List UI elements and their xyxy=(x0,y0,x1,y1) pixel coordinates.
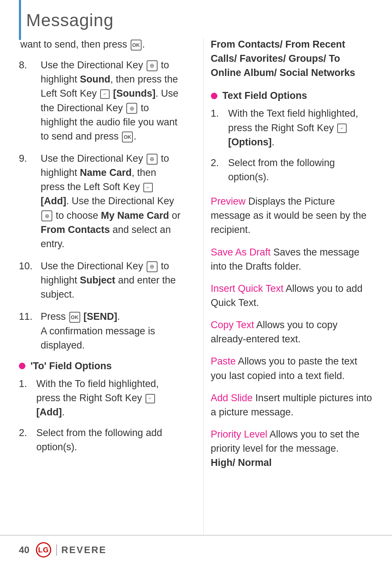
sub-item: 1. With the Text field highlighted, pres… xyxy=(211,106,373,149)
item-content: Use the Directional Key ⊕ to highlight S… xyxy=(41,58,181,144)
option-copy-text: Copy Text Allows you to copy already-ent… xyxy=(211,318,373,346)
item-content: Press OK [SEND]. A confirmation message … xyxy=(41,310,181,352)
ok-icon-11: OK xyxy=(69,312,80,323)
option-preview: Preview Displays the Picture message as … xyxy=(211,194,373,237)
sub-content: Select from the following option(s). xyxy=(228,156,373,184)
softkey-icon-to: ⌐ xyxy=(146,394,155,403)
bullet-dot-text xyxy=(211,93,217,99)
sub-item: 1. With the To field highlighted, press … xyxy=(19,377,181,419)
dir-icon-4: ⊕ xyxy=(41,210,52,221)
option-save-as-draft: Save As Draft Saves the message into the… xyxy=(211,245,373,274)
sub-item: 2. Select from the following option(s). xyxy=(211,156,373,184)
option-priority-level: Priority Level Allows you to set the pri… xyxy=(211,427,373,470)
list-item: 10. Use the Directional Key ⊕ to highlig… xyxy=(19,259,181,302)
footer: 40 LG REVERE xyxy=(0,535,392,564)
dir-icon-3: ⊕ xyxy=(147,154,158,165)
option-paste: Paste Allows you to paste the text you l… xyxy=(211,354,373,383)
text-field-options-header: Text Field Options xyxy=(211,90,373,101)
dir-icon: ⊕ xyxy=(147,60,158,71)
item-number: 10. xyxy=(19,259,41,273)
sub-num: 1. xyxy=(211,106,228,121)
option-label: Add Slide xyxy=(211,392,253,403)
page: Messaging want to send, then press OK. 8… xyxy=(0,0,392,564)
sub-content: With the To field highlighted, press the… xyxy=(36,377,181,419)
item-number: 9. xyxy=(19,152,41,166)
list-item: 11. Press OK [SEND]. A confirmation mess… xyxy=(19,310,181,352)
option-insert-quick-text: Insert Quick Text Allows you to add Quic… xyxy=(211,282,373,310)
to-field-options-section: 'To' Field Options 1. With the To field … xyxy=(19,360,181,455)
content-area: want to send, then press OK. 8. Use the … xyxy=(0,37,392,535)
item-number: 8. xyxy=(19,58,41,72)
option-label: Insert Quick Text xyxy=(211,283,284,294)
sub-num: 1. xyxy=(19,377,36,391)
item-number: 11. xyxy=(19,310,41,324)
lg-logo-circle: LG xyxy=(36,542,51,557)
text-field-options-label: Text Field Options xyxy=(222,90,307,101)
option-label: Save As Draft xyxy=(211,247,271,258)
right-column: From Contacts/ From Recent Calls/ Favori… xyxy=(203,37,373,535)
softkey-icon-text: ⌐ xyxy=(337,124,347,133)
sub-content: With the Text field highlighted, press t… xyxy=(228,106,373,149)
ok-icon-intro: OK xyxy=(131,40,142,51)
page-number: 40 xyxy=(19,544,29,556)
option-add-slide: Add Slide Insert multiple pictures into … xyxy=(211,391,373,419)
option-label: Paste xyxy=(211,356,236,367)
intro-text: want to send, then press OK. xyxy=(19,37,181,52)
footer-logo: LG REVERE xyxy=(36,542,107,557)
ok-icon-8: OK xyxy=(122,132,133,142)
option-label: Preview xyxy=(211,196,246,207)
list-item: 8. Use the Directional Key ⊕ to highligh… xyxy=(19,58,181,144)
list-item: 9. Use the Directional Key ⊕ to highligh… xyxy=(19,152,181,251)
bullet-dot xyxy=(19,363,25,369)
brand-name: REVERE xyxy=(56,544,107,556)
text-field-options-section: Text Field Options 1. With the Text fiel… xyxy=(211,90,373,184)
to-field-options-label: 'To' Field Options xyxy=(30,360,112,372)
dir-icon-5: ⊕ xyxy=(147,261,158,272)
numbered-list: 8. Use the Directional Key ⊕ to highligh… xyxy=(19,58,181,352)
sub-content: Select from the following add option(s). xyxy=(36,426,181,454)
to-field-options-header: 'To' Field Options xyxy=(19,360,181,372)
to-field-sub-list: 1. With the To field highlighted, press … xyxy=(19,377,181,455)
text-field-sub-list: 1. With the Text field highlighted, pres… xyxy=(211,106,373,184)
item-content: Use the Directional Key ⊕ to highlight S… xyxy=(41,259,181,302)
softkey-icon: ⌐ xyxy=(100,89,110,99)
item-content: Use the Directional Key ⊕ to highlight N… xyxy=(41,152,181,251)
sub-item: 2. Select from the following add option(… xyxy=(19,426,181,454)
sub-num: 2. xyxy=(211,156,228,170)
left-column: want to send, then press OK. 8. Use the … xyxy=(19,37,189,535)
option-label: Priority Level xyxy=(211,429,268,440)
lg-logo-text: LG xyxy=(38,546,49,554)
option-label: Copy Text xyxy=(211,319,254,330)
sub-num: 2. xyxy=(19,426,36,440)
intro-want-to-send: want to send, then press xyxy=(20,39,127,50)
softkey-icon-2: ⌐ xyxy=(143,183,153,192)
dir-icon-2: ⊕ xyxy=(126,103,137,114)
from-contacts-header: From Contacts/ From Recent Calls/ Favori… xyxy=(211,37,373,80)
page-title: Messaging xyxy=(0,0,392,37)
accent-bar xyxy=(19,0,21,40)
